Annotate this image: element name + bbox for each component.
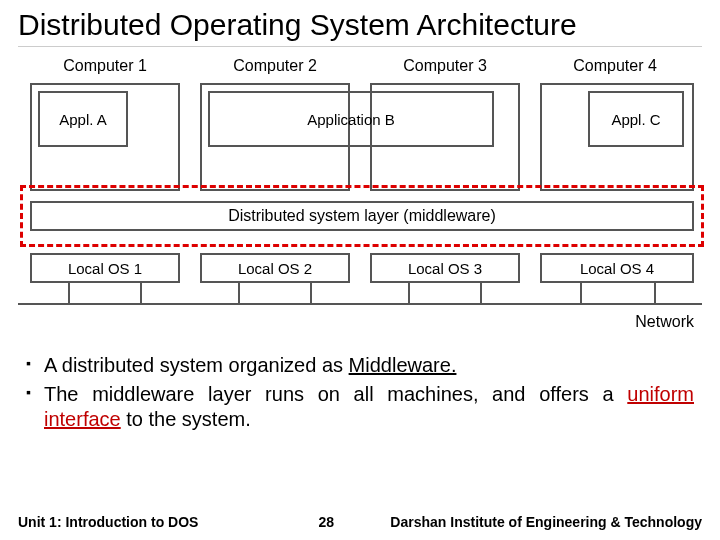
footer-unit: Unit 1: Introduction to DOS <box>18 514 198 530</box>
bullet-em: Middleware. <box>349 354 457 376</box>
net-connector <box>68 283 70 305</box>
app-a-box: Appl. A <box>38 91 128 147</box>
bullet-item: The middleware layer runs on all machine… <box>26 382 694 432</box>
local-os-1-box: Local OS 1 <box>30 253 180 283</box>
bullet-item: A distributed system organized as Middle… <box>26 353 694 378</box>
app-b-box: Application B <box>208 91 494 147</box>
computer-1-label: Computer 1 <box>30 57 180 75</box>
net-connector <box>310 283 312 305</box>
net-connector <box>654 283 656 305</box>
slide: Distributed Operating System Architectur… <box>0 0 720 540</box>
footer-institute: Darshan Institute of Engineering & Techn… <box>334 514 702 530</box>
net-connector <box>480 283 482 305</box>
app-c-box: Appl. C <box>588 91 684 147</box>
net-connector <box>408 283 410 305</box>
middleware-layer: Distributed system layer (middleware) <box>30 201 694 231</box>
bullet-list: A distributed system organized as Middle… <box>18 353 702 432</box>
architecture-diagram: Computer 1 Computer 2 Computer 3 Compute… <box>18 57 702 317</box>
bullet-text: to the system. <box>121 408 251 430</box>
slide-footer: Unit 1: Introduction to DOS 28 Darshan I… <box>0 514 720 530</box>
footer-page-number: 28 <box>318 514 334 530</box>
bullet-text: The middleware layer runs on all machine… <box>44 383 627 405</box>
bullet-text: A distributed system organized as <box>44 354 349 376</box>
computer-4-label: Computer 4 <box>540 57 690 75</box>
computer-3-label: Computer 3 <box>370 57 520 75</box>
local-os-4-box: Local OS 4 <box>540 253 694 283</box>
local-os-3-box: Local OS 3 <box>370 253 520 283</box>
net-connector <box>140 283 142 305</box>
net-connector <box>580 283 582 305</box>
local-os-2-box: Local OS 2 <box>200 253 350 283</box>
computer-2-label: Computer 2 <box>200 57 350 75</box>
net-connector <box>238 283 240 305</box>
network-bus <box>18 303 702 305</box>
page-title: Distributed Operating System Architectur… <box>18 8 702 47</box>
network-label: Network <box>635 313 694 331</box>
